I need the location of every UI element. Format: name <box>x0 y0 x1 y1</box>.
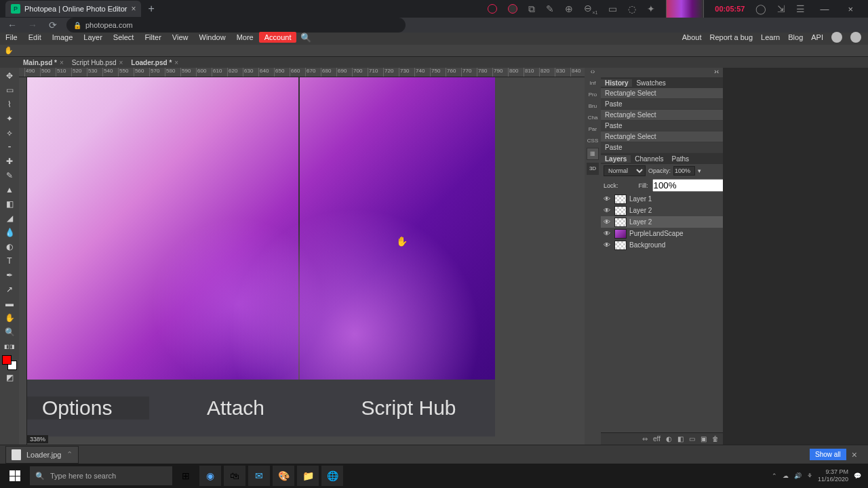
app-chrome-icon[interactable]: 🌐 <box>321 466 343 486</box>
history-item[interactable]: Paste <box>601 99 723 110</box>
visibility-icon[interactable]: 👁 <box>604 218 612 226</box>
tab-swatches[interactable]: Swatches <box>632 79 669 87</box>
history-item[interactable]: Rectangle Select <box>601 110 723 121</box>
new-layer-icon[interactable]: ▣ <box>701 435 707 443</box>
crop-tool[interactable]: ⟡ <box>2 126 17 140</box>
browser-tab[interactable]: P Photopea | Online Photo Editor × <box>5 1 141 17</box>
task-view-icon[interactable]: ⊞ <box>175 466 197 486</box>
tab-history[interactable]: History <box>601 79 632 87</box>
recording-thumbnail[interactable] <box>666 0 704 18</box>
show-all-button[interactable]: Show all <box>810 449 846 460</box>
menu-edit[interactable]: Edit <box>23 33 47 41</box>
canvas-image[interactable] <box>27 77 495 380</box>
quickmask-tool[interactable]: ◩ <box>2 371 17 384</box>
taskbar-search[interactable]: 🔍 Type here to search <box>30 466 172 485</box>
tab-paths[interactable]: Paths <box>668 155 694 163</box>
panel-info[interactable]: Inf <box>585 77 601 89</box>
close-tab-icon[interactable]: × <box>131 4 136 14</box>
menu-filter[interactable]: Filter <box>139 33 166 41</box>
layer-row[interactable]: 👁Layer 1 <box>601 193 723 205</box>
link-about[interactable]: About <box>682 33 702 41</box>
gradient-tool[interactable]: ◢ <box>2 211 17 225</box>
layer-row[interactable]: 👁Background <box>601 239 723 251</box>
layer-row[interactable]: 👁PurpleLandScape <box>601 228 723 239</box>
expand-icon[interactable]: ‹› <box>585 68 601 77</box>
start-button[interactable] <box>3 466 27 486</box>
download-item[interactable]: Loader.jpg ⌃ <box>5 446 79 464</box>
notifications-icon[interactable]: 💬 <box>854 472 861 479</box>
eraser-tool[interactable]: ◧ <box>2 197 17 211</box>
pen-tool[interactable]: ✒ <box>2 268 17 282</box>
zoom-tool[interactable]: 🔍 <box>2 325 17 339</box>
doc-tab-main[interactable]: Main.psd *× <box>19 59 68 66</box>
link-blog[interactable]: Blog <box>788 33 803 41</box>
camera-icon[interactable]: ⧉ <box>528 3 535 15</box>
facebook-icon[interactable] <box>850 32 861 43</box>
visibility-icon[interactable]: 👁 <box>604 241 612 249</box>
twitter-icon[interactable] <box>831 32 842 43</box>
app-explorer-icon[interactable]: 📁 <box>297 466 319 486</box>
path-tool[interactable]: ↗ <box>2 283 17 296</box>
app-store-icon[interactable]: 🛍 <box>224 466 245 486</box>
record-stop-icon[interactable] <box>508 4 517 14</box>
history-item[interactable]: Rectangle Select <box>601 131 723 142</box>
account-button[interactable]: Account <box>259 32 297 43</box>
history-item[interactable]: Paste <box>601 142 723 153</box>
reload-button[interactable]: ⟳ <box>46 20 60 30</box>
visibility-icon[interactable]: 👁 <box>604 207 612 214</box>
menu-view[interactable]: View <box>167 33 194 41</box>
collapse-icon[interactable]: ›‹ <box>601 68 723 77</box>
app-obs-icon[interactable]: ◉ <box>199 466 221 486</box>
taskbar-clock[interactable]: 9:37 PM 11/16/2020 <box>818 468 848 483</box>
list-icon[interactable]: ☰ <box>796 3 805 14</box>
menu-image[interactable]: Image <box>47 33 79 41</box>
minimize-button[interactable]: — <box>816 4 833 14</box>
link-icon[interactable]: ⇔ <box>642 435 648 443</box>
shape-tool[interactable]: ▬ <box>2 297 17 310</box>
trash-icon[interactable]: 🗑 <box>712 435 719 443</box>
scripthub-cell[interactable]: Script Hub <box>322 396 495 420</box>
wand-tool[interactable]: ✦ <box>2 112 17 125</box>
mask-icon[interactable]: ◐ <box>666 435 672 443</box>
visibility-icon[interactable]: 👁 <box>604 230 612 237</box>
blur-tool[interactable]: 💧 <box>2 226 17 239</box>
record-icon[interactable] <box>488 4 497 14</box>
history-item[interactable]: Paste <box>601 121 723 131</box>
attach-cell[interactable]: Attach <box>149 396 322 420</box>
tab-layers[interactable]: Layers <box>601 155 631 163</box>
options-cell[interactable]: Options <box>27 396 149 420</box>
app-paint-icon[interactable]: 🎨 <box>273 466 294 486</box>
back-button[interactable]: ← <box>5 20 19 30</box>
panel-3d-icon[interactable]: 3D <box>587 163 599 175</box>
marquee-tool[interactable]: ▭ <box>2 83 17 97</box>
visibility-icon[interactable]: 👁 <box>604 195 612 203</box>
close-button[interactable]: × <box>844 4 857 14</box>
panel-brush[interactable]: Bru <box>585 100 601 112</box>
panel-icon[interactable]: ▦ <box>587 148 599 160</box>
close-icon[interactable]: × <box>60 59 64 66</box>
panel-properties[interactable]: Pro <box>585 89 601 100</box>
doc-tab-scripthub[interactable]: Script Hub.psd× <box>68 59 127 66</box>
tray-chevron-icon[interactable]: ⌃ <box>772 472 777 479</box>
heal-tool[interactable]: ✚ <box>2 155 17 168</box>
close-downloads-icon[interactable]: × <box>846 449 863 460</box>
menu-select[interactable]: Select <box>108 33 140 41</box>
blend-mode-select[interactable]: Normal <box>604 165 646 176</box>
layer-row[interactable]: 👁Layer 2 <box>601 205 723 216</box>
close-icon[interactable]: × <box>174 59 178 66</box>
toggle-tool[interactable]: ◧◨ <box>2 340 17 353</box>
hand-tool[interactable]: ✋ <box>2 311 17 325</box>
url-field[interactable]: 🔒 photopea.com <box>66 18 406 33</box>
brush-tool[interactable]: ✎ <box>2 169 17 182</box>
drop-icon[interactable]: ◌ <box>628 3 636 14</box>
fx-icon[interactable]: eff <box>653 435 660 443</box>
link-learn[interactable]: Learn <box>761 33 780 41</box>
forward-button[interactable]: → <box>26 20 39 30</box>
folder-icon[interactable]: ▭ <box>689 435 695 443</box>
lasso-tool[interactable]: ⌇ <box>2 98 17 111</box>
search-icon[interactable]: 🔍 <box>296 33 315 43</box>
menu-file[interactable]: File <box>0 33 23 41</box>
menu-more[interactable]: More <box>231 33 259 41</box>
tray-cloud-icon[interactable]: ☁ <box>783 472 789 479</box>
link-api[interactable]: API <box>811 33 823 41</box>
